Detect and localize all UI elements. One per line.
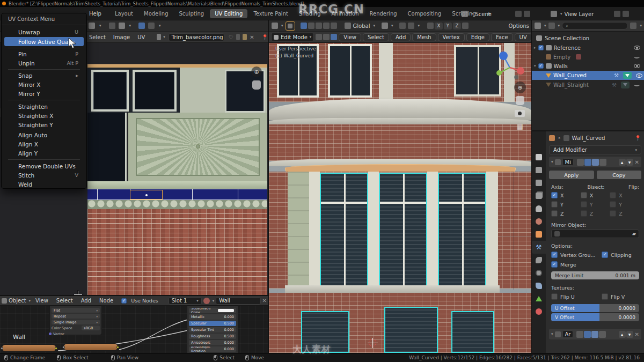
- slot-dropdown[interactable]: Slot 1 ▾: [169, 297, 202, 305]
- tab-object-data[interactable]: [532, 292, 546, 305]
- disclosure-icon[interactable]: ▾: [551, 332, 553, 336]
- vp-menu-add[interactable]: Add: [391, 33, 411, 41]
- mirror-modifier-header[interactable]: ▾ Mi ▲ ▼ ✕: [549, 157, 641, 167]
- bsdf-row[interactable]: Specular Tint0.000: [189, 327, 236, 333]
- shader-editor-icon[interactable]: [2, 298, 7, 304]
- source-option[interactable]: Single Image: [54, 320, 76, 324]
- flip-x-checkbox[interactable]: X: [610, 192, 639, 198]
- cursor-tool-icon[interactable]: [331, 23, 337, 29]
- tab-world[interactable]: [532, 215, 546, 228]
- new-view-layer-icon[interactable]: [614, 11, 620, 17]
- open-folder-icon[interactable]: [243, 34, 247, 40]
- tab-particles[interactable]: [532, 254, 546, 267]
- display-render-icon[interactable]: [599, 159, 606, 166]
- proportional-edit-icon[interactable]: [148, 23, 155, 29]
- eye-open-icon[interactable]: [634, 46, 640, 50]
- clipping-checkbox[interactable]: ✓Clipping: [602, 252, 632, 258]
- tab-physics[interactable]: [532, 267, 546, 279]
- outliner-row-wall-curved[interactable]: Wall_Curved ⚒: [532, 71, 644, 80]
- symmetry-y-button[interactable]: Y: [444, 23, 452, 29]
- bsdf-row[interactable]: Subsurface Color: [189, 308, 236, 313]
- extension-option[interactable]: Repeat: [54, 314, 66, 319]
- display-realtime-icon[interactable]: [592, 159, 599, 166]
- symmetry-x-button[interactable]: X: [435, 23, 443, 29]
- tweak-tool-icon[interactable]: [89, 23, 95, 29]
- tab-uv-editing[interactable]: UV Editing: [210, 9, 247, 18]
- select-paint-icon[interactable]: [323, 23, 330, 29]
- zoom-icon[interactable]: ⊕: [514, 82, 526, 93]
- symmetry-z-button[interactable]: Z: [453, 23, 461, 29]
- vp-menu-view[interactable]: View: [339, 33, 361, 41]
- shader-menu-node[interactable]: Node: [96, 297, 116, 305]
- tweak-select-tool-button[interactable]: [286, 21, 295, 31]
- options-menu[interactable]: Options: [508, 23, 529, 29]
- axis-z-checkbox[interactable]: Z: [551, 210, 581, 217]
- unlink-material-icon[interactable]: ✕: [262, 298, 267, 304]
- collapsed-image-node[interactable]: [2, 344, 56, 352]
- tab-layout[interactable]: Layout: [110, 9, 138, 18]
- close-icon[interactable]: ✕: [635, 331, 639, 337]
- uv-select-vertex-icon[interactable]: [109, 23, 115, 29]
- menu-item-straighten[interactable]: Straighten: [4, 102, 84, 111]
- outliner-search-input[interactable]: ⌕: [562, 22, 628, 29]
- scene-name[interactable]: Scene: [475, 11, 492, 17]
- menu-help[interactable]: Help: [86, 10, 105, 18]
- menu-item-weld[interactable]: Weld: [4, 180, 84, 189]
- menu-item-mirror-x[interactable]: Mirror X: [4, 80, 84, 89]
- mirror-object-field[interactable]: ▰: [551, 230, 639, 238]
- flip-z-checkbox[interactable]: Z: [610, 210, 639, 217]
- move-up-icon[interactable]: ▲: [619, 331, 626, 338]
- collection-checkbox[interactable]: ✓: [538, 63, 544, 69]
- snap-magnet-icon[interactable]: [382, 23, 388, 29]
- tab-object[interactable]: [532, 228, 546, 241]
- eye-closed-icon[interactable]: [634, 83, 640, 86]
- vp-menu-uv[interactable]: UV: [515, 33, 532, 41]
- flip-y-checkbox[interactable]: Y: [610, 201, 639, 208]
- bisect-y-checkbox[interactable]: Y: [581, 201, 610, 208]
- modifier-name-field[interactable]: Ar: [562, 330, 574, 338]
- menu-item-straighten-y[interactable]: Straighten Y: [4, 120, 84, 129]
- pan-hand-icon[interactable]: [252, 80, 261, 90]
- shader-type-dropdown[interactable]: Object: [9, 298, 26, 304]
- tab-tool[interactable]: [532, 151, 546, 164]
- eyedropper-icon[interactable]: ▰: [632, 231, 636, 237]
- move-down-icon[interactable]: ▼: [626, 331, 633, 338]
- axis-x-checkbox[interactable]: ✓X: [551, 192, 581, 198]
- flip-v-checkbox[interactable]: Flip V: [602, 293, 625, 300]
- duplicate-image-icon[interactable]: [236, 34, 240, 40]
- outliner-row-walls[interactable]: ▾ ✓ Walls: [534, 62, 642, 70]
- filter-icon[interactable]: [630, 23, 636, 29]
- unlink-image-icon[interactable]: ✕: [250, 34, 254, 40]
- v-offset-slider[interactable]: V Offset 0.0000: [551, 313, 639, 321]
- bisect-z-checkbox[interactable]: Z: [581, 210, 610, 217]
- active-tool-icon[interactable]: [272, 23, 278, 29]
- bsdf-row[interactable]: Anisotropic Rotation0.000: [189, 346, 236, 352]
- collection-checkbox[interactable]: ✓: [538, 45, 544, 50]
- pin-icon[interactable]: 📍: [262, 34, 268, 40]
- mode-dropdown[interactable]: Edit Mode ▾: [271, 33, 314, 41]
- tab-output[interactable]: [532, 176, 546, 189]
- display-realtime-icon[interactable]: [591, 331, 598, 338]
- use-nodes-checkbox[interactable]: ✓: [121, 298, 127, 304]
- color-swatch[interactable]: [218, 309, 234, 312]
- bsdf-row[interactable]: Roughness0.500: [189, 334, 236, 339]
- zoom-icon[interactable]: ⊕: [251, 67, 262, 77]
- vp-menu-mesh[interactable]: Mesh: [412, 33, 436, 41]
- tab-modifiers[interactable]: ⚒: [532, 241, 546, 254]
- display-editmode-icon[interactable]: [584, 331, 591, 338]
- menu-item-pin[interactable]: PinP: [4, 49, 84, 58]
- display-edit-cage-icon[interactable]: [577, 159, 584, 166]
- image-name-field[interactable]: Trim_basecolor.png: [169, 33, 224, 41]
- new-scene-icon[interactable]: [515, 11, 522, 17]
- camera-view-icon[interactable]: [515, 110, 525, 117]
- display-editmode-icon[interactable]: [584, 159, 591, 166]
- uv-menu-image[interactable]: Image: [110, 33, 133, 41]
- close-icon[interactable]: ✕: [635, 159, 639, 165]
- eye-open-icon[interactable]: [636, 73, 642, 78]
- node-canvas[interactable]: Flat▾ Repeat▾ Single Image▾ Color Space …: [0, 306, 268, 354]
- view-layer-name[interactable]: View Layer: [565, 11, 594, 17]
- browse-image-icon[interactable]: [157, 34, 161, 40]
- vp-menu-vertex[interactable]: Vertex: [438, 33, 465, 41]
- fake-user-icon[interactable]: ♡: [229, 34, 233, 40]
- material-name-field[interactable]: Wall: [216, 297, 260, 305]
